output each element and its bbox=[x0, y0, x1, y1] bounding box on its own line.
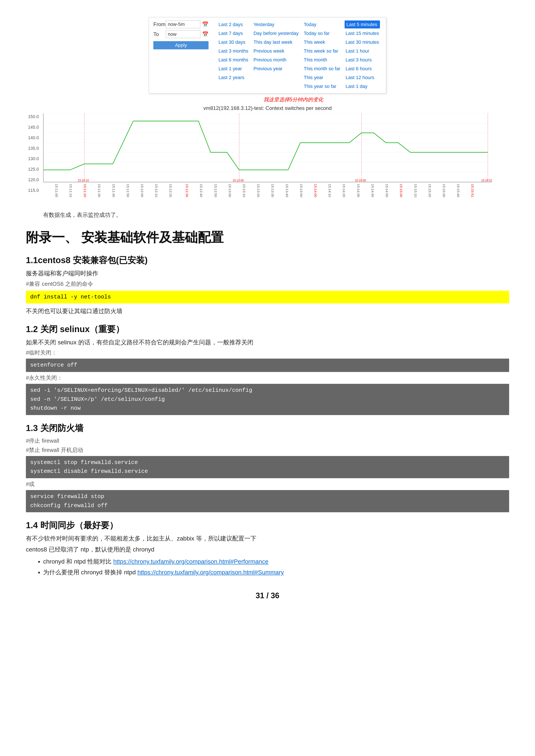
quick-last6months[interactable]: Last 6 months bbox=[217, 56, 249, 64]
chart-svg: 15:10:10 15:12:00 15:15:00 15:15:51 bbox=[43, 113, 492, 182]
svg-text:15:14:50: 15:14:50 bbox=[385, 184, 389, 198]
page-number: 31 / 36 bbox=[26, 590, 509, 602]
quick-thisyear[interactable]: This year bbox=[303, 73, 341, 81]
quick-last12hours[interactable]: Last 12 hours bbox=[345, 73, 380, 81]
quick-todaysofar[interactable]: Today so far bbox=[303, 29, 341, 37]
s1-2-code-1: setenforce off bbox=[26, 359, 509, 372]
link-1[interactable]: https://chrony.tuxfamily.org/comparison.… bbox=[113, 558, 268, 565]
quick-col-2: Yesterday Day before yesterday This day … bbox=[251, 20, 301, 73]
section-1-3-heading: 1.3 关闭防火墙 bbox=[26, 421, 509, 434]
svg-text:15:12:10: 15:12:10 bbox=[155, 184, 158, 198]
bullet-2: 为什么要使用 chronyd 替换掉 ntpd https://chrony.t… bbox=[43, 568, 509, 577]
svg-text:15:14:40: 15:14:40 bbox=[371, 184, 375, 198]
appendix-title: 附录一、 安装基础软件及基础配置 bbox=[26, 228, 509, 247]
quick-last1hour[interactable]: Last 1 hour bbox=[345, 47, 380, 55]
chart-canvas: 15:10:10 15:12:00 15:15:00 15:15:51 bbox=[43, 113, 492, 182]
quick-previousmonth[interactable]: Previous month bbox=[253, 56, 299, 64]
section-1-2-heading: 1.2 关闭 selinux（重要） bbox=[26, 323, 509, 336]
quick-col-4: Last 5 minutes Last 15 minutes Last 30 m… bbox=[343, 20, 381, 90]
quick-last2years[interactable]: Last 2 years bbox=[217, 73, 249, 81]
svg-text:15:13:00: 15:13:00 bbox=[228, 184, 232, 198]
svg-text:15:15:30: 15:15:30 bbox=[442, 184, 446, 198]
quick-last3months[interactable]: Last 3 months bbox=[217, 47, 249, 55]
s1-3-comment-2: #禁止 firewall 开机启动 bbox=[26, 446, 509, 454]
quick-last1day[interactable]: Last 1 day bbox=[345, 82, 380, 90]
svg-text:15:11:40: 15:11:40 bbox=[112, 184, 116, 198]
s1-1-comment-1: #兼容 centOS6 之前的命令 bbox=[26, 280, 509, 288]
to-input[interactable] bbox=[166, 30, 200, 38]
y-label-140: 140.0 bbox=[28, 134, 39, 141]
quick-previousweek[interactable]: Previous week bbox=[253, 47, 299, 55]
s1-4-text-2: centos8 已经取消了 ntp，默认使用的是 chronyd bbox=[26, 545, 509, 554]
svg-text:15:12:40: 15:12:40 bbox=[199, 184, 203, 198]
svg-text:15:14:20: 15:14:20 bbox=[342, 184, 346, 198]
s1-1-text-2: 不关闭也可以要让其端口通过防火墙 bbox=[26, 307, 509, 316]
to-calendar-icon[interactable]: 📅 bbox=[202, 30, 209, 38]
y-label-145: 145.0 bbox=[28, 124, 39, 130]
s1-2-comment-2: #永久性关闭： bbox=[26, 374, 509, 382]
quick-last30min[interactable]: Last 30 minutes bbox=[345, 38, 380, 46]
svg-text:15:15:40: 15:15:40 bbox=[457, 184, 460, 198]
svg-text:15:11:50: 15:11:50 bbox=[126, 184, 130, 198]
quick-thisyearsofar[interactable]: This year so far bbox=[303, 82, 341, 90]
quick-last30days[interactable]: Last 30 days bbox=[217, 38, 249, 46]
s1-3-comment-3: #或 bbox=[26, 480, 509, 488]
svg-text:15:15:00: 15:15:00 bbox=[355, 179, 366, 182]
quick-last5min[interactable]: Last 5 minutes bbox=[345, 20, 380, 28]
svg-text:15:14:30: 15:14:30 bbox=[357, 184, 360, 198]
svg-text:15:12:50: 15:12:50 bbox=[214, 184, 217, 198]
annotation-area: 我这里选择5分钟内的变化 bbox=[26, 96, 509, 103]
s1-2-code-2: sed -i 's/SELINUX=enforcing/SELINUX=disa… bbox=[26, 384, 509, 415]
svg-text:15:15:51: 15:15:51 bbox=[481, 179, 492, 182]
quick-last15min[interactable]: Last 15 minutes bbox=[345, 29, 380, 37]
apply-button[interactable]: Apply bbox=[153, 41, 209, 49]
quick-thisweeksofar[interactable]: This week so far bbox=[303, 47, 341, 55]
from-row: From 📅 bbox=[153, 20, 209, 28]
time-picker-container: From 📅 To 📅 Apply Last 2 days Last 7 day… bbox=[149, 17, 386, 94]
svg-text:15:15:20: 15:15:20 bbox=[428, 184, 432, 198]
chart-section: vm812(192.168.3.12)-test: Context switch… bbox=[26, 104, 509, 202]
svg-text:15:15:00: 15:15:00 bbox=[399, 184, 403, 198]
from-to-panel: From 📅 To 📅 Apply bbox=[153, 20, 211, 49]
x-axis-labels: 15:11:00 15:11:10 15:11:20 15:11:30 15:1… bbox=[43, 183, 492, 202]
s1-4-text-1: 有不少软件对时间有要求的，不能相差太多，比如主从、zabbix 等，所以建议配置… bbox=[26, 534, 509, 544]
section-1-1-heading: 1.1centos8 安装兼容包(已安装) bbox=[26, 254, 509, 267]
quick-thismonthsofar[interactable]: This month so far bbox=[303, 65, 341, 73]
svg-text:15:14:00: 15:14:00 bbox=[314, 184, 318, 198]
chart-wrapper: 150.0 145.0 140.0 135.0 130.0 125.0 120.… bbox=[43, 113, 492, 202]
quick-daybeforeyesterday[interactable]: Day before yesterday bbox=[253, 29, 299, 37]
quick-previousyear[interactable]: Previous year bbox=[253, 65, 299, 73]
success-note: 有数据生成，表示监控成功了。 bbox=[43, 211, 509, 219]
quick-thisweek[interactable]: This week bbox=[303, 38, 341, 46]
quick-thismonth[interactable]: This month bbox=[303, 56, 341, 64]
annotation-text: 我这里选择5分钟内的变化 bbox=[264, 96, 323, 103]
svg-text:15:11:30: 15:11:30 bbox=[98, 184, 101, 198]
quick-today[interactable]: Today bbox=[303, 20, 341, 28]
quick-last1year[interactable]: Last 1 year bbox=[217, 65, 249, 73]
svg-text:15:13:20: 15:13:20 bbox=[257, 184, 260, 198]
y-label-135: 135.0 bbox=[28, 145, 39, 151]
quick-last2days[interactable]: Last 2 days bbox=[217, 20, 249, 28]
svg-text:15:15:51: 15:15:51 bbox=[471, 184, 474, 197]
from-calendar-icon[interactable]: 📅 bbox=[202, 20, 209, 28]
quick-col-3: Today Today so far This week This week s… bbox=[301, 20, 343, 90]
y-label-130: 130.0 bbox=[28, 155, 39, 162]
quick-col-1: Last 2 days Last 7 days Last 30 days Las… bbox=[216, 20, 251, 81]
y-label-115: 115.0 bbox=[28, 187, 39, 194]
y-label-125: 125.0 bbox=[28, 166, 39, 173]
s1-3-comment-1: #停止 firewall bbox=[26, 437, 509, 445]
to-label: To bbox=[153, 30, 164, 38]
svg-text:15:11:00: 15:11:00 bbox=[55, 184, 58, 198]
svg-text:15:12:20: 15:12:20 bbox=[169, 184, 173, 198]
quick-thisdaylastweek[interactable]: This day last week bbox=[253, 38, 299, 46]
from-input[interactable] bbox=[166, 20, 200, 28]
chart-title: vm812(192.168.3.12)-test: Context switch… bbox=[26, 104, 509, 112]
svg-text:15:12:30: 15:12:30 bbox=[185, 184, 189, 198]
quick-last3hours[interactable]: Last 3 hours bbox=[345, 56, 380, 64]
quick-last7days[interactable]: Last 7 days bbox=[217, 29, 249, 37]
quick-last6hours[interactable]: Last 6 hours bbox=[345, 65, 380, 73]
link-2[interactable]: https://chrony.tuxfamily.org/comparison.… bbox=[137, 569, 284, 576]
quick-yesterday[interactable]: Yesterday bbox=[253, 20, 299, 28]
svg-text:15:13:10: 15:13:10 bbox=[242, 184, 246, 198]
svg-text:15:14:10: 15:14:10 bbox=[328, 184, 332, 198]
